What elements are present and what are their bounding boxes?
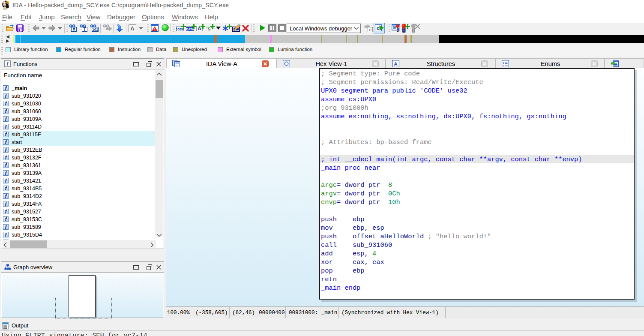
svg-text:c: c <box>377 25 380 31</box>
svg-text:#: # <box>73 27 75 32</box>
svg-text:A: A <box>394 61 397 66</box>
svg-text:T: T <box>83 27 86 32</box>
svg-text:c: c <box>369 27 371 32</box>
svg-text:101: 101 <box>92 27 98 32</box>
svg-text:DATA: DATA <box>186 28 194 31</box>
svg-text:A: A <box>130 25 135 32</box>
